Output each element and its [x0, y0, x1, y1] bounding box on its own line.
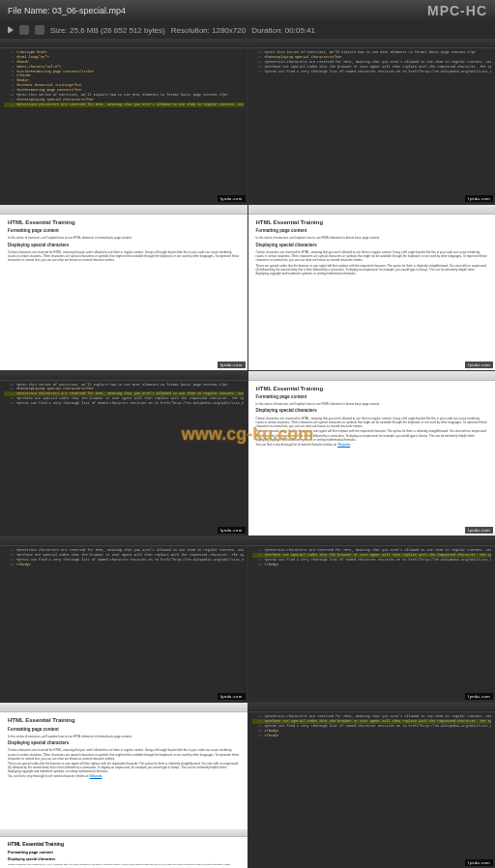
code-panel-3: 10<p>In this series of exercises, we'll …	[0, 371, 248, 536]
doc-subtitle: Formatting page content	[8, 727, 240, 733]
browser-panel-bottom: HTML Essential Training Formatting page …	[0, 829, 248, 868]
title-bar[interactable]: File Name: 03_06-special.mp4 MPC-HC	[0, 0, 495, 21]
doc-para: Certain characters are reserved for HTML…	[256, 250, 488, 263]
lynda-badge: lynda.com	[465, 195, 493, 202]
doc-title: HTML Essential Training	[8, 218, 240, 226]
play-icon[interactable]	[8, 26, 14, 34]
doc-content: HTML Essential Training Formatting page …	[248, 381, 496, 451]
doc-section: Displaying special characters	[8, 857, 240, 862]
resolution-label: Resolution: 1280x720	[171, 26, 246, 35]
editor-toolbar[interactable]	[0, 39, 248, 48]
editor-toolbar[interactable]	[248, 703, 496, 712]
doc-para: These are special codes that the browser…	[8, 762, 240, 774]
lynda-badge: lynda.com	[465, 693, 493, 700]
doc-para: You can find a very thorough list of nam…	[256, 443, 488, 447]
lynda-badge: lynda.com	[218, 693, 246, 700]
doc-title: HTML Essential Training	[8, 841, 240, 848]
doc-subtitle: Formatting page content	[8, 850, 240, 855]
editor-toolbar[interactable]	[0, 371, 248, 381]
lynda-badge: lynda.com	[465, 859, 493, 866]
file-name-label: File Name: 03_06-special.mp4	[8, 6, 126, 15]
doc-para: In this series of exercises, we'll explo…	[8, 735, 240, 738]
code-content[interactable]: 12<p>Certain characters are reserved for…	[248, 546, 496, 569]
wiki-link[interactable]: Wikipedia	[90, 774, 102, 778]
editor-toolbar[interactable]	[0, 536, 248, 546]
editor-toolbar[interactable]	[248, 39, 496, 48]
lynda-badge: lynda.com	[218, 195, 246, 202]
stop-icon[interactable]	[35, 25, 44, 35]
doc-para: Certain characters are reserved for HTML…	[8, 250, 240, 263]
browser-toolbar[interactable]	[248, 371, 496, 381]
code-content[interactable]: 10<p>In this series of exercises, we'll …	[248, 48, 496, 75]
browser-toolbar[interactable]	[0, 829, 248, 837]
browser-panel-3: HTML Essential Training Formatting page …	[248, 371, 496, 536]
doc-section: Displaying special characters	[8, 243, 240, 248]
doc-subtitle: Formatting page content	[256, 394, 488, 400]
doc-title: HTML Essential Training	[256, 218, 488, 226]
pause-icon[interactable]	[19, 25, 29, 35]
lynda-badge: lynda.com	[218, 362, 246, 368]
app-title: MPC-HC	[427, 3, 487, 18]
doc-title: HTML Essential Training	[8, 716, 240, 724]
doc-section: Displaying special characters	[256, 243, 488, 248]
video-grid: 1<!doctype html> 2<html lang="en"> 3<hea…	[0, 39, 495, 868]
doc-content: HTML Essential Training Formatting page …	[0, 712, 248, 783]
wiki-link[interactable]: Wikipedia	[337, 443, 350, 447]
doc-para: In this series of exercises, we'll explo…	[256, 402, 488, 406]
code-panel-1: 1<!doctype html> 2<html lang="en"> 3<hea…	[0, 39, 248, 204]
doc-section: Displaying special characters	[8, 740, 240, 746]
doc-para: In this series of exercises, we'll explo…	[256, 236, 488, 240]
lynda-badge: lynda.com	[465, 362, 493, 368]
code-panel-6: 12<p>Certain characters are reserved for…	[248, 703, 496, 868]
code-content[interactable]: 12<p>Certain characters are reserved for…	[0, 546, 248, 569]
code-content[interactable]: 12<p>Certain characters are reserved for…	[248, 712, 496, 739]
doc-para: These are special codes that the browser…	[256, 264, 488, 276]
lynda-badge: lynda.com	[465, 527, 493, 534]
doc-subtitle: Formatting page content	[8, 228, 240, 234]
code-panel-2: 10<p>In this series of exercises, we'll …	[248, 39, 496, 204]
browser-panel-2: HTML Essential Training Formatting page …	[248, 205, 496, 370]
browser-panel-1: HTML Essential Training Formatting page …	[0, 205, 248, 370]
control-bar: Size: 25,6 MB (26 852 512 bytes) Resolut…	[0, 21, 495, 39]
doc-para: These are special codes that the browser…	[256, 429, 488, 442]
doc-title: HTML Essential Training	[256, 385, 488, 392]
doc-para: You can find a very thorough list of nam…	[8, 774, 240, 778]
doc-content: HTML Essential Training Formatting page …	[248, 215, 496, 280]
doc-para: Certain characters are reserved for HTML…	[256, 417, 488, 429]
file-size-label: Size: 25,6 MB (26 852 512 bytes)	[50, 26, 165, 35]
code-panel-5: 12<p>Certain characters are reserved for…	[248, 536, 496, 702]
doc-content: HTML Essential Training Formatting page …	[0, 215, 248, 268]
browser-toolbar[interactable]	[0, 703, 248, 712]
doc-subtitle: Formatting page content	[256, 228, 488, 234]
doc-para: Certain characters are reserved for HTML…	[8, 748, 240, 761]
code-content[interactable]: 10<p>In this series of exercises, we'll …	[0, 381, 248, 408]
lynda-badge: lynda.com	[218, 527, 246, 534]
code-panel-4: 12<p>Certain characters are reserved for…	[0, 536, 248, 702]
code-content[interactable]: 1<!doctype html> 2<html lang="en"> 3<hea…	[0, 48, 248, 109]
doc-para: In this series of exercises, we'll explo…	[8, 236, 240, 240]
browser-toolbar[interactable]	[0, 205, 248, 215]
browser-toolbar[interactable]	[248, 205, 496, 215]
editor-toolbar[interactable]	[248, 536, 496, 546]
duration-label: Duration: 00:05:41	[251, 26, 315, 35]
doc-section: Displaying special characters	[256, 408, 488, 414]
